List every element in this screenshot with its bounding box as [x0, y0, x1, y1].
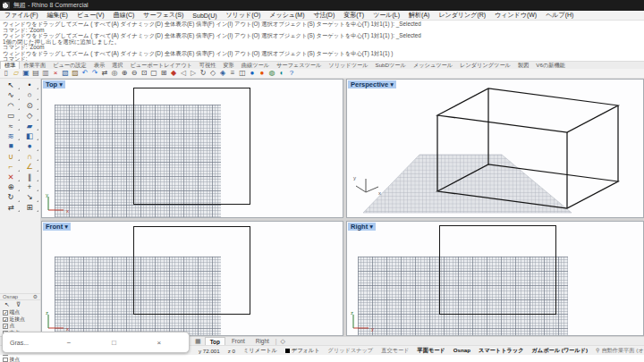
toolbar-tab-11[interactable]: ソリッドツール — [325, 62, 371, 69]
checkbox[interactable]: ✓ — [3, 317, 8, 323]
trim-tool[interactable]: ✕ — [2, 173, 21, 182]
zoom-dynamic-icon[interactable]: ◎ — [110, 69, 119, 78]
boolean-difference-tool[interactable]: ∩ — [21, 152, 39, 162]
viewport-perspective-label[interactable]: Perspective ▾ — [348, 80, 396, 88]
extrude-tool[interactable]: ◧ — [21, 131, 39, 141]
zoom-in-icon[interactable]: ⊕ — [120, 69, 129, 78]
close-icon[interactable]: × — [157, 339, 162, 347]
mirror-tool[interactable]: ⇄ — [2, 203, 21, 213]
point-tool[interactable]: • — [21, 80, 39, 90]
named-view-icon[interactable]: ◆ — [169, 69, 178, 78]
checkbox[interactable]: ✓ — [3, 310, 8, 316]
menu-item-2[interactable]: 編集(E) — [43, 11, 72, 20]
new-file-icon[interactable]: ▯ — [2, 69, 11, 78]
scale-tool[interactable]: ↘ — [21, 192, 39, 202]
status-pane-2[interactable]: 直交モード — [381, 347, 409, 355]
maximize-icon[interactable]: □ — [112, 339, 116, 347]
join-tool[interactable]: ⊕ — [2, 182, 21, 192]
box-wireframe-right[interactable] — [439, 225, 556, 315]
toolbar-tab-3[interactable]: ビューの設定 — [49, 62, 90, 69]
toolbar-tab-1[interactable]: 標準 — [0, 61, 20, 69]
current-layer[interactable]: デフォルト — [285, 347, 320, 355]
viewport-top[interactable]: Top ▾ x y — [41, 79, 343, 218]
toolbar-tab-15[interactable]: 製図 — [514, 62, 532, 69]
menu-item-10[interactable]: 変形(T) — [339, 11, 369, 20]
select-tool[interactable]: ↖ — [2, 80, 21, 90]
delete-icon[interactable]: × — [51, 69, 60, 78]
status-pane-7[interactable]: 自動作業平面 (オブジェクト) — [601, 347, 644, 355]
clipboard-icon[interactable]: ▥ — [41, 69, 50, 78]
ellipse-tool[interactable]: ⊙ — [21, 101, 39, 111]
print-icon[interactable]: ▤ — [31, 69, 40, 78]
toolbar-tab-13[interactable]: メッシュツール — [410, 62, 456, 69]
new-viewport-tab-icon[interactable]: ◇ — [278, 338, 286, 345]
menu-item-4[interactable]: 曲線(C) — [109, 11, 140, 20]
rotate-view-icon[interactable]: ↻ — [199, 69, 208, 78]
toolbar-tab-6[interactable]: ビューポートレイアウト — [126, 62, 195, 69]
render-icon[interactable]: ● — [248, 69, 257, 78]
copy-icon[interactable]: ▧ — [61, 69, 70, 78]
osnap-item-点[interactable]: ✓点 — [0, 323, 40, 330]
status-pane-3[interactable]: 平面モード — [417, 347, 445, 355]
status-pane-1[interactable]: グリッドスナップ — [328, 347, 374, 355]
minimize-icon[interactable]: − — [67, 339, 72, 347]
status-pane-6[interactable]: ガムボール (ワールド) — [531, 347, 588, 355]
display-wireframe-icon[interactable]: ◇ — [208, 69, 217, 78]
layers-panel-icon[interactable]: ≡ — [228, 69, 237, 78]
toolbar-tab-7[interactable]: 可視性 — [196, 62, 220, 69]
sphere-tool[interactable]: ● — [21, 141, 39, 151]
menu-item-1[interactable]: ファイル(F) — [0, 11, 43, 20]
viewport-tab-right[interactable]: Right — [251, 337, 274, 346]
environment-icon[interactable]: ◐ — [277, 69, 286, 78]
menu-item-7[interactable]: ソリッド(O) — [222, 11, 266, 20]
circle-tool[interactable]: ○ — [21, 90, 39, 100]
move-tool[interactable]: + — [21, 182, 39, 192]
render-preview-icon[interactable]: ● — [258, 69, 267, 78]
viewport-tab-front[interactable]: Front — [227, 337, 250, 346]
box-tool[interactable]: ■ — [2, 141, 21, 151]
rotate-tool[interactable]: ↻ — [2, 192, 21, 202]
menu-item-12[interactable]: 解析(A) — [404, 11, 434, 20]
checkbox[interactable] — [3, 358, 8, 362]
toolbar-tab-9[interactable]: 曲線ツール — [238, 62, 273, 69]
menu-item-5[interactable]: サーフェス(S) — [139, 11, 188, 20]
menu-item-11[interactable]: ツール(L) — [369, 11, 404, 20]
osnap-filter-icon[interactable]: ⊽ — [16, 301, 21, 308]
zoom-window-icon[interactable]: ⊡ — [140, 69, 148, 78]
viewport-perspective[interactable]: Perspective ▾ x y — [346, 79, 644, 218]
menu-item-15[interactable]: ヘルプ(H) — [541, 11, 578, 20]
rectangle-tool[interactable]: ▭ — [2, 111, 21, 121]
viewport-front[interactable]: Front ▾ x z — [41, 221, 343, 336]
menu-item-6[interactable]: SubD(U) — [188, 13, 221, 19]
undo-icon[interactable]: ↶ — [80, 69, 89, 78]
menu-item-14[interactable]: ウィンドウ(W) — [490, 11, 541, 20]
loft-tool[interactable]: ≋ — [2, 131, 21, 141]
osnap-select-filter-icon[interactable]: ↖ — [4, 301, 10, 308]
properties-panel-icon[interactable]: ◫ — [238, 69, 247, 78]
command-history[interactable]: ウィンドウをドラッグしてズーム ( すべて(A) ダイナミック(D) 全体表示(… — [0, 21, 644, 62]
status-pane-5[interactable]: スマートトラック — [479, 347, 524, 355]
toolbar-tab-12[interactable]: SubDツール — [372, 62, 410, 69]
surface-tool[interactable]: ▰ — [21, 122, 39, 131]
polyline-tool[interactable]: ∿ — [2, 90, 21, 100]
viewport-tab-top[interactable]: Top — [205, 337, 225, 346]
viewport-right-label[interactable]: Right ▾ — [348, 223, 376, 231]
four-viewports-icon[interactable]: ⊞ — [159, 69, 168, 78]
menu-item-8[interactable]: メッシュ(M) — [265, 11, 309, 20]
checkbox[interactable]: ✓ — [3, 324, 8, 329]
floating-window[interactable]: Gras... − □ × — [2, 332, 190, 353]
osnap-item-接点[interactable]: 接点 — [0, 357, 40, 362]
viewport-front-label[interactable]: Front ▾ — [43, 223, 71, 231]
toolbar-tab-2[interactable]: 作業平面 — [20, 62, 49, 69]
box-wireframe-top[interactable] — [133, 88, 250, 205]
curve-freeform-tool[interactable]: ≈ — [2, 122, 21, 131]
zoom-out-icon[interactable]: ⊖ — [130, 69, 139, 78]
zoom-extents-icon[interactable]: ▢ — [149, 69, 158, 78]
toolbar-tab-16[interactable]: V6の新機能 — [532, 62, 568, 69]
split-tool[interactable]: ∥ — [21, 173, 39, 182]
toolbar-tab-8[interactable]: 変形 — [219, 62, 237, 69]
box-wireframe-front[interactable] — [133, 226, 250, 315]
pan-icon[interactable]: ⇄ — [100, 69, 109, 78]
toolbar-tab-14[interactable]: レンダリングツール — [456, 62, 514, 69]
chamfer-tool[interactable]: ∠ — [21, 162, 39, 172]
